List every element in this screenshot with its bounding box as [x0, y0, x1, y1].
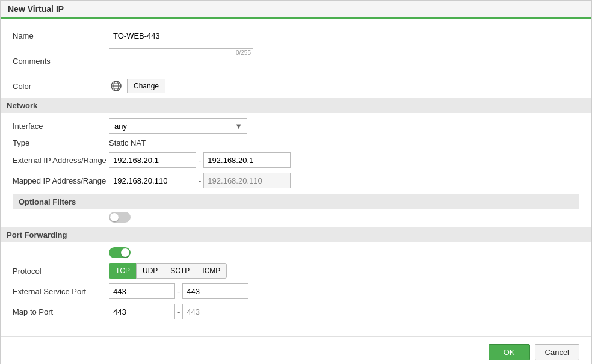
esp-dash: - [177, 287, 180, 296]
optional-filters-track [109, 212, 131, 223]
network-section-header: Network [1, 98, 591, 113]
protocol-label: Protocol [13, 267, 109, 276]
form-body: Name Comments 0/255 Color [1, 19, 591, 330]
external-service-port-group: - [109, 283, 248, 299]
protocol-tcp-button[interactable]: TCP [109, 263, 136, 279]
ok-button[interactable]: OK [489, 344, 530, 360]
external-service-port-row: External Service Port - [13, 283, 579, 299]
comments-label: Comments [13, 57, 109, 66]
mapped-ip-group: - [109, 173, 291, 188]
mtp-dash: - [177, 307, 180, 316]
external-ip-from-input[interactable] [109, 152, 196, 168]
dialog-footer: OK Cancel [1, 336, 591, 364]
esp-to-input[interactable] [182, 283, 248, 299]
protocol-group: TCP UDP SCTP ICMP [109, 263, 227, 279]
mapped-ip-to-input[interactable] [203, 173, 291, 188]
port-forwarding-label: Port Forwarding [7, 230, 67, 239]
cancel-button[interactable]: Cancel [535, 344, 579, 360]
color-row: Color Change [13, 79, 579, 93]
mapped-ip-row: Mapped IP Address/Range - [13, 173, 579, 188]
mtp-from-input[interactable] [109, 304, 175, 319]
protocol-udp-button[interactable]: UDP [136, 263, 164, 279]
mtp-to-input[interactable] [182, 304, 248, 319]
optional-filters-toggle[interactable] [109, 212, 131, 223]
new-virtual-ip-dialog: New Virtual IP Name Comments 0/255 Color [0, 0, 592, 364]
dialog-title: New Virtual IP [1, 1, 591, 19]
protocol-icmp-button[interactable]: ICMP [196, 263, 227, 279]
external-ip-group: - [109, 152, 291, 168]
comments-wrap: 0/255 [109, 48, 253, 74]
optional-filters-label: Optional Filters [19, 197, 76, 206]
map-to-port-group: - [109, 304, 248, 319]
interface-select-wrap: any ▼ [109, 118, 247, 134]
interface-row: Interface any ▼ [13, 118, 579, 134]
protocol-row: Protocol TCP UDP SCTP ICMP [13, 263, 579, 279]
mapped-ip-label: Mapped IP Address/Range [13, 176, 109, 185]
name-label: Name [13, 31, 109, 40]
type-label: Type [13, 138, 109, 147]
map-to-port-row: Map to Port - [13, 304, 579, 319]
external-service-port-label: External Service Port [13, 287, 109, 296]
title-text: New Virtual IP [8, 4, 64, 14]
name-input[interactable] [109, 28, 265, 43]
char-count: 0/255 [236, 49, 251, 56]
port-forwarding-toggle[interactable] [109, 247, 131, 258]
optional-filters-section-header: Optional Filters [13, 194, 579, 209]
type-value: Static NAT [109, 138, 146, 147]
interface-label: Interface [13, 122, 109, 131]
optional-filters-thumb [110, 213, 119, 221]
external-ip-label: External IP Address/Range [13, 156, 109, 165]
optional-filters-row [13, 212, 579, 223]
external-ip-dash: - [199, 156, 201, 165]
network-label: Network [7, 101, 37, 110]
external-ip-row: External IP Address/Range - [13, 152, 579, 168]
map-to-port-label: Map to Port [13, 307, 109, 316]
color-label: Color [13, 82, 109, 91]
external-ip-to-input[interactable] [203, 152, 291, 168]
name-row: Name [13, 28, 579, 43]
change-color-button[interactable]: Change [127, 79, 165, 93]
port-forwarding-track [109, 247, 131, 258]
esp-from-input[interactable] [109, 283, 175, 299]
port-forwarding-toggle-row [13, 247, 579, 258]
protocol-sctp-button[interactable]: SCTP [164, 263, 196, 279]
port-forwarding-thumb [121, 248, 129, 257]
mapped-ip-dash: - [199, 176, 201, 185]
type-row: Type Static NAT [13, 138, 579, 147]
port-forwarding-section-header: Port Forwarding [1, 227, 591, 242]
interface-select[interactable]: any [109, 118, 247, 134]
comments-row: Comments 0/255 [13, 48, 579, 74]
mapped-ip-from-input[interactable] [109, 173, 196, 188]
comments-input[interactable] [109, 48, 253, 72]
color-icon [109, 79, 123, 93]
